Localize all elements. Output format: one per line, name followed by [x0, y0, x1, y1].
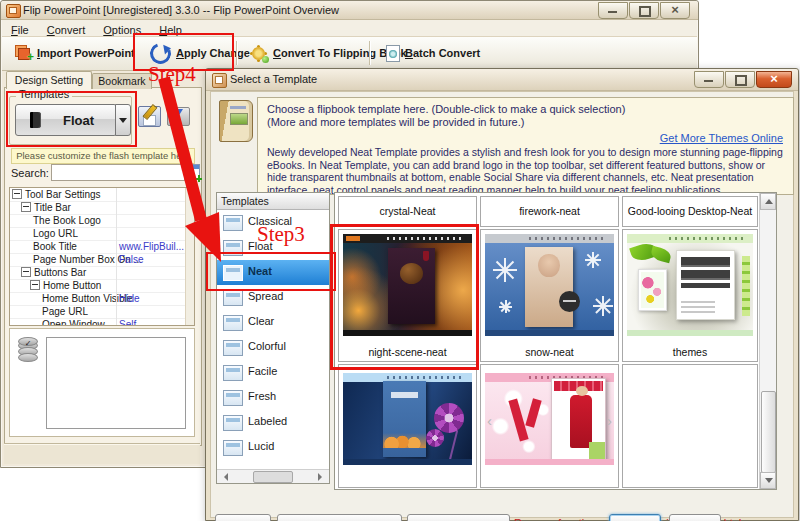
property-row[interactable]: Tool Bar Settings [10, 188, 186, 202]
apply-change-button[interactable]: Apply Change [143, 40, 257, 66]
template-item-lucid[interactable]: Lucid [217, 435, 329, 460]
import-template-icon[interactable] [167, 107, 190, 126]
main-titlebar[interactable]: Flip PowerPoint [Unregistered] 3.3.0 -- … [1, 1, 698, 20]
cancel-button[interactable]: Cancel [669, 514, 721, 521]
template-cell-snow-neat[interactable]: snow-neat [480, 229, 619, 362]
template-item-labeled[interactable]: Labeled [217, 410, 329, 435]
template-thumb-icon [223, 415, 243, 431]
dialog-titlebar[interactable]: Select a Template × [206, 69, 798, 91]
template-grid-vscrollbar[interactable] [759, 193, 776, 489]
template-item-colorful[interactable]: Colorful [217, 335, 329, 360]
collapse-icon[interactable] [12, 189, 22, 199]
import-powerpoint-button[interactable]: + Import PowerPoint [8, 40, 142, 66]
template-item-neat[interactable]: Neat [217, 260, 329, 285]
thumb-green-strip [742, 256, 751, 315]
property-row[interactable]: Home Button [10, 279, 186, 293]
property-row[interactable]: Home Button VisibleHide [10, 292, 186, 306]
tab-bookmark[interactable]: Bookmark [92, 73, 152, 89]
apply-change-icon [147, 39, 175, 67]
menu-file[interactable]: File [2, 23, 38, 38]
maximize-button[interactable] [629, 2, 659, 19]
menu-help[interactable]: Help [150, 23, 191, 38]
thumb-cover [383, 381, 426, 456]
template-description: Newly developed Neat Template provides a… [267, 146, 784, 196]
collapse-icon[interactable] [30, 280, 40, 290]
template-item-classical[interactable]: Classical [217, 210, 329, 235]
dialog-maximize-button[interactable] [725, 71, 755, 88]
scroll-left-icon[interactable] [220, 473, 228, 481]
thumb-bottombar [485, 459, 614, 465]
property-row[interactable]: Title Bar [10, 201, 186, 215]
collapse-icon[interactable] [21, 202, 31, 212]
property-row[interactable]: Buttons Bar [10, 266, 186, 280]
minimize-button[interactable] [598, 2, 628, 19]
thumb-magazine-cover [551, 378, 606, 461]
property-row[interactable]: Book Titlewww.FlipBuil... [10, 240, 186, 254]
refresh-button[interactable]: Refresh [215, 514, 271, 521]
template-item-clear[interactable]: Clear [217, 310, 329, 335]
template-caption: crystal-Neat [339, 197, 476, 225]
remove-theme-button[interactable]: Remove The Theme [407, 514, 510, 521]
template-item-spread[interactable]: Spread [217, 285, 329, 310]
scrollbar-thumb[interactable] [761, 391, 776, 473]
batch-convert-label: Batch Convert [405, 47, 480, 59]
ok-button[interactable]: OK [609, 514, 661, 521]
template-item-facile[interactable]: Facile [217, 360, 329, 385]
property-row[interactable]: Page Number Box On ...False [10, 253, 186, 267]
property-row[interactable]: Logo URL [10, 227, 186, 241]
themes-thumbnail [627, 234, 753, 336]
tab-design-setting[interactable]: Design Setting [6, 71, 92, 89]
thumb-photo [525, 247, 573, 327]
import-powerpoint-icon: + [15, 45, 32, 61]
scroll-right-icon[interactable] [318, 473, 326, 481]
template-cell-row3-2[interactable]: ‹ › [480, 364, 619, 488]
menu-options[interactable]: Options [94, 23, 150, 38]
search-input[interactable] [51, 164, 185, 181]
template-caption: night-scene-neat [339, 346, 476, 358]
dialog-minimize-button[interactable] [694, 71, 724, 88]
search-icon[interactable] [185, 164, 200, 180]
scroll-up-icon[interactable] [760, 193, 776, 210]
snowflake-icon [593, 296, 613, 316]
template-cell-night-scene-neat[interactable]: night-scene-neat [338, 229, 477, 362]
template-thumb-icon [223, 365, 243, 381]
collapse-icon[interactable] [21, 267, 31, 277]
leaf-icon [650, 246, 673, 263]
template-item-float[interactable]: Float [217, 235, 329, 260]
template-cell-themes[interactable]: themes [622, 229, 758, 362]
property-row[interactable]: Page URL [10, 305, 186, 319]
scrollbar-thumb[interactable] [253, 471, 293, 483]
template-select-button[interactable]: Float [15, 104, 117, 136]
template-item-fresh[interactable]: Fresh [217, 385, 329, 410]
snowflake-icon [493, 258, 517, 282]
chevron-left-icon: ‹ [487, 412, 492, 429]
template-thumb-icon [223, 390, 243, 406]
template-thumb-icon [223, 340, 243, 356]
chevron-down-icon[interactable] [115, 104, 131, 136]
property-row[interactable]: The Book Logo [10, 214, 186, 228]
property-grid-scrollbar[interactable] [185, 188, 194, 325]
close-button[interactable]: × [660, 2, 690, 19]
get-more-themes-link[interactable]: Get More Themes Online [660, 132, 783, 145]
template-list-hscrollbar[interactable] [217, 469, 329, 483]
remove-template-button[interactable]: Remove The Template [277, 514, 402, 521]
snow-neat-thumbnail [485, 234, 614, 336]
dialog-close-button[interactable]: × [756, 71, 792, 88]
template-thumb-icon [223, 215, 243, 231]
template-cell-firework-neat[interactable]: firework-neat [480, 196, 619, 227]
property-grid: Tool Bar Settings Title Bar The Book Log… [9, 187, 195, 326]
template-cell-good-looing-desktop-neat[interactable]: Good-looing Desktop-Neat [622, 196, 758, 227]
thumb-bottombar [485, 330, 614, 336]
snowflake-icon [499, 300, 512, 313]
search-label: Search: [11, 167, 49, 179]
blue-flower-thumbnail [343, 373, 472, 465]
template-cell-crystal-neat[interactable]: crystal-Neat [338, 196, 477, 227]
property-row[interactable]: Open WindowSelf [10, 318, 186, 326]
save-template-icon[interactable] [138, 106, 161, 127]
scroll-down-icon[interactable] [760, 472, 776, 489]
menu-convert[interactable]: Convert [38, 23, 95, 38]
snowflake-icon [585, 252, 601, 268]
batch-convert-button[interactable]: Batch Convert [379, 40, 487, 66]
template-cell-row3-1[interactable] [338, 364, 477, 488]
template-cell-row3-3-empty[interactable] [622, 364, 758, 488]
